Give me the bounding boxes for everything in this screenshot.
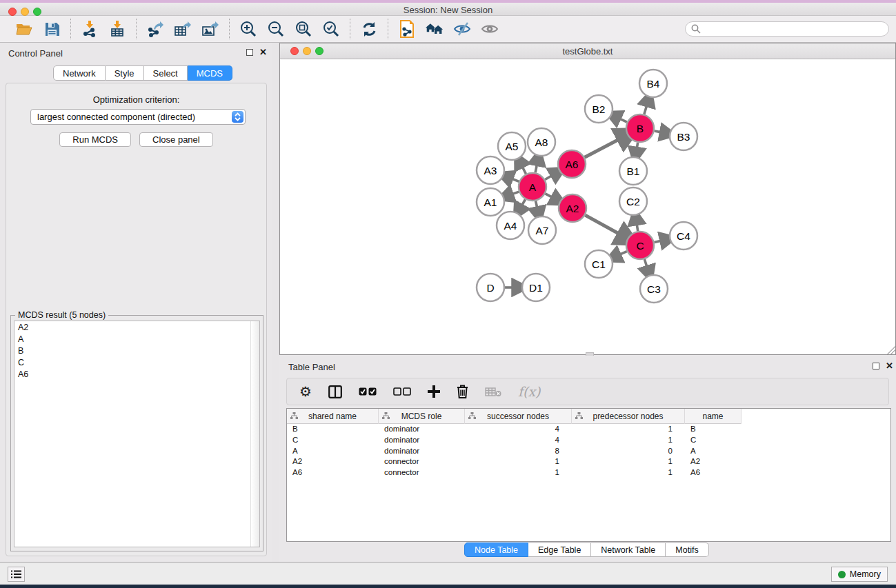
column-label: successor nodes (487, 412, 549, 421)
network-window-titlebar[interactable]: testGlobe.txt (280, 43, 895, 59)
select-all-checkboxes-icon[interactable] (359, 387, 377, 396)
table-cell: 1 (572, 467, 685, 478)
edge-C-C1[interactable] (617, 252, 626, 256)
table-close-icon[interactable]: ✕ (886, 361, 893, 371)
tab-network-table[interactable]: Network Table (591, 543, 666, 557)
function-builder-icon[interactable]: f(x) (518, 384, 541, 399)
result-item[interactable]: B (14, 345, 259, 356)
export-table-icon[interactable] (174, 20, 192, 38)
result-scrollbar[interactable] (250, 321, 259, 547)
tab-motifs[interactable]: Motifs (666, 543, 708, 557)
float-panel-icon[interactable] (246, 49, 253, 56)
delete-column-icon[interactable] (457, 385, 468, 398)
gear-icon[interactable]: ⚙ (299, 383, 312, 400)
column-header-MCDS-role[interactable]: MCDS role (379, 409, 465, 424)
edge-C-C2[interactable] (637, 222, 638, 232)
close-panel-button[interactable]: Close panel (139, 132, 213, 147)
tab-style[interactable]: Style (106, 65, 144, 81)
tab-node-table[interactable]: Node Table (464, 543, 528, 557)
result-item[interactable]: A2 (14, 321, 259, 333)
table-cell: dominator (379, 446, 465, 457)
network-view-window: testGlobe.txt AA1A2A3A4A5A6A7A8BB1B2B3B4… (279, 43, 896, 355)
edge-A-A7[interactable] (536, 201, 538, 210)
tab-network[interactable]: Network (53, 65, 106, 81)
zoom-selected-icon[interactable] (322, 20, 340, 38)
column-header-name[interactable]: name (685, 409, 741, 424)
edge-A-A5[interactable] (521, 165, 526, 174)
hide-eye-icon[interactable] (453, 20, 471, 38)
import-table-icon[interactable] (108, 20, 126, 38)
node-label-A: A (529, 181, 537, 193)
table-row[interactable]: A6connector11A6 (287, 467, 890, 478)
edge-A-A1[interactable] (510, 192, 519, 195)
export-network-icon[interactable] (146, 20, 164, 38)
edge-B-B2[interactable] (617, 118, 627, 122)
close-panel-icon[interactable]: ✕ (259, 47, 267, 57)
zoom-fit-icon[interactable] (295, 20, 312, 38)
node-label-A7: A7 (536, 225, 549, 236)
edge-C-C3[interactable] (644, 259, 648, 269)
main-titlebar[interactable]: Session: New Session (0, 3, 896, 16)
edge-A-A8[interactable] (535, 162, 537, 172)
add-column-icon[interactable] (428, 385, 440, 398)
edge-A2-C[interactable] (585, 215, 621, 235)
node-table[interactable]: shared nameMCDS rolesuccessor nodesprede… (286, 408, 891, 542)
edge-A-A4[interactable] (521, 199, 526, 207)
table-header-row: shared nameMCDS rolesuccessor nodesprede… (287, 409, 741, 424)
delete-table-icon[interactable] (485, 387, 501, 397)
table-row[interactable]: Bdominator41B (287, 424, 890, 435)
zoom-out-icon[interactable] (267, 20, 285, 38)
run-mcds-button[interactable]: Run MCDS (59, 132, 131, 147)
memory-button[interactable]: Memory (831, 567, 888, 582)
task-history-button[interactable] (8, 567, 25, 582)
table-cell: A2 (287, 456, 379, 467)
mcds-result-group: MCDS result (5 nodes) A2ABCA6 (10, 315, 263, 551)
column-label: shared name (308, 412, 357, 421)
tab-mcds[interactable]: MCDS (188, 65, 232, 81)
node-label-A3: A3 (484, 165, 497, 176)
result-item[interactable]: A6 (14, 368, 259, 380)
tab-edge-table[interactable]: Edge Table (528, 543, 591, 557)
column-header-successor-nodes[interactable]: successor nodes (465, 409, 572, 424)
edge-A-A6[interactable] (545, 174, 554, 179)
network-canvas[interactable]: AA1A2A3A4A5A6A7A8BB1B2B3B4CC1C2C3C4DD1 (281, 60, 895, 354)
refresh-icon[interactable] (360, 20, 378, 38)
column-header-predecessor-nodes[interactable]: predecessor nodes (572, 409, 685, 424)
open-file-icon[interactable] (15, 20, 33, 38)
window-resize-grip[interactable] (887, 346, 895, 354)
show-eye-icon[interactable] (481, 20, 499, 38)
search-input[interactable] (685, 21, 889, 37)
table-row[interactable]: Cdominator41C (287, 435, 890, 446)
edge-B-B4[interactable] (644, 103, 648, 114)
deselect-all-checkboxes-icon[interactable] (393, 387, 411, 396)
edge-A-A3[interactable] (510, 178, 519, 181)
result-item[interactable]: A (14, 333, 259, 345)
export-image-icon[interactable] (201, 20, 219, 38)
tab-select[interactable]: Select (144, 65, 188, 81)
edge-A-A2[interactable] (546, 194, 555, 199)
table-toolbar: ⚙ f(x) (286, 378, 889, 405)
edge-C-C4[interactable] (654, 241, 663, 243)
column-header-shared-name[interactable]: shared name (287, 409, 379, 424)
mcds-result-list[interactable]: A2ABCA6 (14, 321, 260, 547)
result-item[interactable]: C (14, 356, 259, 368)
edge-A6-B[interactable] (585, 138, 622, 157)
edge-B-B3[interactable] (655, 131, 664, 132)
zoom-in-icon[interactable] (239, 20, 257, 38)
table-float-icon[interactable] (873, 363, 879, 369)
network-graph[interactable]: AA1A2A3A4A5A6A7A8BB1B2B3B4CC1C2C3C4DD1 (281, 60, 895, 354)
column-label: MCDS role (401, 412, 442, 421)
table-row[interactable]: A2connector11A2 (287, 456, 890, 467)
table-cell: 1 (572, 424, 685, 435)
application-window: Session: New Session (0, 0, 896, 588)
import-network-icon[interactable] (81, 20, 99, 38)
save-session-icon[interactable] (43, 20, 61, 38)
criterion-dropdown[interactable]: largest connected component (directed) (30, 109, 246, 125)
column-view-icon[interactable] (328, 385, 342, 398)
home-houses-icon[interactable] (426, 20, 444, 38)
table-row[interactable]: Adominator80A (287, 446, 890, 457)
node-label-B3: B3 (677, 131, 690, 143)
network-document-icon[interactable] (398, 20, 416, 38)
node-label-A8: A8 (535, 136, 548, 148)
edge-B-B1[interactable] (637, 143, 638, 151)
